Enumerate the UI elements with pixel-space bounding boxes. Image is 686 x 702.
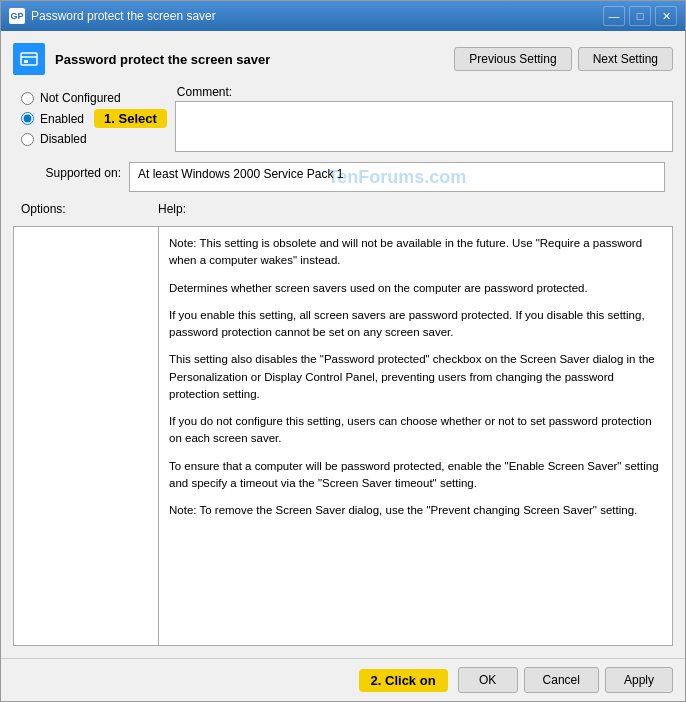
ok-button[interactable]: OK [458,667,518,693]
select-badge: 1. Select [94,109,167,128]
disabled-label: Disabled [40,132,87,146]
disabled-option[interactable]: Disabled [21,132,167,146]
top-section: Not Configured Enabled 1. Select Disable… [13,85,673,152]
disabled-radio[interactable] [21,133,34,146]
help-text-1: Note: This setting is obsolete and will … [169,235,662,270]
header-buttons: Previous Setting Next Setting [454,47,673,71]
window-icon: GP [9,8,25,24]
close-button[interactable]: ✕ [655,6,677,26]
radio-group: Not Configured Enabled 1. Select Disable… [13,85,175,152]
header-row: Password protect the screen saver Previo… [13,43,673,75]
comment-section: Comment: [175,85,673,152]
enabled-label: Enabled [40,112,84,126]
title-bar-text: Password protect the screen saver [31,9,603,23]
help-text-3: If you enable this setting, all screen s… [169,307,662,342]
help-text-2: Determines whether screen savers used on… [169,280,662,297]
content-area: Password protect the screen saver Previo… [1,31,685,658]
not-configured-radio[interactable] [21,92,34,105]
options-label: Options: [13,202,158,216]
supported-section: Supported on: At least Windows 2000 Serv… [13,162,673,192]
prev-setting-button[interactable]: Previous Setting [454,47,571,71]
main-window: GP Password protect the screen saver — □… [0,0,686,702]
help-text-7: Note: To remove the Screen Saver dialog,… [169,502,662,519]
click-on-badge: 2. Click on [359,669,448,692]
svg-rect-2 [24,60,28,63]
maximize-button[interactable]: □ [629,6,651,26]
title-bar: GP Password protect the screen saver — □… [1,1,685,31]
not-configured-option[interactable]: Not Configured [21,91,167,105]
header-title: Password protect the screen saver [55,52,444,67]
bottom-bar: 2. Click on OK Cancel Apply [1,658,685,701]
enabled-option[interactable]: Enabled 1. Select [21,109,167,128]
next-setting-button[interactable]: Next Setting [578,47,673,71]
help-text-4: This setting also disables the "Password… [169,351,662,403]
help-text-6: To ensure that a computer will be passwo… [169,458,662,493]
title-bar-controls: — □ ✕ [603,6,677,26]
minimize-button[interactable]: — [603,6,625,26]
cancel-button[interactable]: Cancel [524,667,599,693]
help-panel[interactable]: Note: This setting is obsolete and will … [159,227,672,645]
panels-row: Note: This setting is obsolete and will … [13,226,673,646]
supported-value: At least Windows 2000 Service Pack 1 [138,167,343,181]
svg-rect-0 [21,53,37,65]
comment-label: Comment: [175,85,673,99]
help-text-5: If you do not configure this setting, us… [169,413,662,448]
supported-label: Supported on: [21,162,121,180]
enabled-radio[interactable] [21,112,34,125]
apply-button[interactable]: Apply [605,667,673,693]
watermark: TenForums.com [328,167,467,188]
supported-box: At least Windows 2000 Service Pack 1 Ten… [129,162,665,192]
options-panel [14,227,159,645]
header-icon [13,43,45,75]
options-help-row: Options: Help: [13,202,673,216]
comment-textarea[interactable] [175,101,673,152]
help-label: Help: [158,202,673,216]
not-configured-label: Not Configured [40,91,121,105]
